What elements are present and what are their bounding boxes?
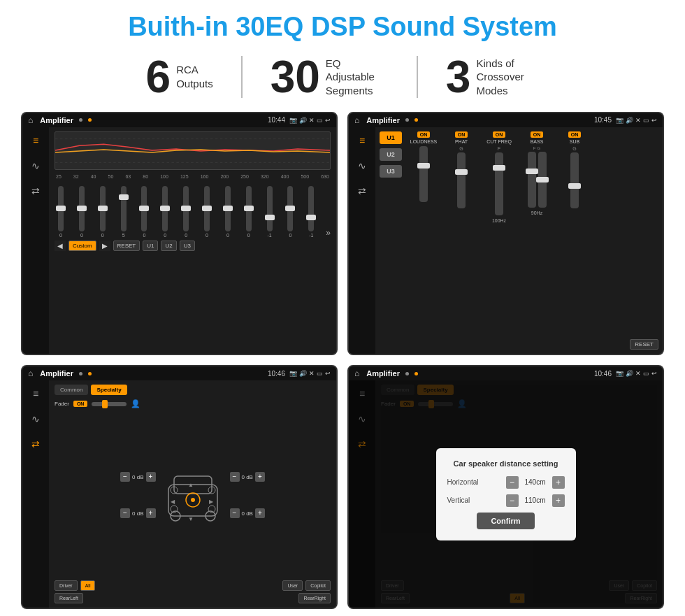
fader-cutfreq[interactable] (495, 152, 503, 215)
rearright-btn-3[interactable]: RearRight (298, 593, 331, 603)
sidebar-arrows-icon-2[interactable]: ⇄ (354, 183, 370, 199)
slider-10[interactable]: 0 (243, 186, 255, 238)
back-icon-1[interactable]: ↩ (325, 117, 331, 124)
slider-12[interactable]: 0 (284, 186, 296, 238)
on-badge-loudness[interactable]: ON (417, 131, 431, 138)
slider-1[interactable]: 0 (55, 186, 67, 238)
u3-btn[interactable]: U3 (380, 165, 402, 178)
slider-2[interactable]: 0 (75, 186, 88, 238)
back-icon-3[interactable]: ↩ (325, 370, 331, 377)
u1-btn[interactable]: U1 (380, 131, 402, 144)
rr-minus[interactable]: − (230, 508, 240, 518)
stat-label-rca: RCAOutputs (176, 63, 213, 90)
sidebar-arrows-icon[interactable]: ⇄ (28, 183, 43, 199)
screen-content-4: ≡ ∿ ⇄ Common Specialty Fader ON (349, 380, 663, 608)
horizontal-plus[interactable]: + (552, 476, 565, 489)
slider-3[interactable]: 0 (96, 186, 109, 238)
tab-common-3[interactable]: Common (55, 385, 88, 395)
rl-minus[interactable]: − (120, 508, 130, 518)
stat-number-rca: 6 (146, 55, 171, 99)
status-icons-2: 📷 🔊 ✕ ▭ ↩ (616, 117, 657, 124)
custom-btn[interactable]: Custom (68, 241, 96, 251)
channel-label-bass: BASS (531, 139, 544, 144)
slider-8[interactable]: 0 (201, 186, 213, 238)
copilot-btn-3[interactable]: Copilot (305, 580, 331, 591)
slider-4[interactable]: 5 (117, 186, 130, 238)
dot-orange-3 (88, 372, 92, 375)
screen-content-1: ≡ ∿ ⇄ (22, 127, 336, 354)
reset-btn-1[interactable]: RESET (113, 241, 140, 251)
sidebar-wave-icon[interactable]: ∿ (28, 158, 43, 173)
horizontal-control: − 140cm + (506, 476, 565, 489)
fader-bass-g[interactable] (538, 152, 547, 208)
confirm-button[interactable]: Confirm (477, 513, 534, 529)
fr-minus[interactable]: − (230, 472, 240, 482)
sidebar-arrows-icon-3[interactable]: ⇄ (28, 436, 43, 452)
on-badge-cutfreq[interactable]: ON (493, 131, 506, 138)
volume-icon-2: 🔊 (626, 117, 633, 124)
main-title: Buith-in 30EQ DSP Sound System (128, 13, 557, 42)
stat-rca: 6 RCAOutputs (118, 55, 241, 99)
status-bar-1: ⌂ Amplifier 10:44 📷 🔊 ✕ ▭ ↩ (22, 113, 336, 127)
slider-5[interactable]: 0 (138, 186, 150, 238)
speaker-footer-2: RearLeft RearRight (55, 593, 331, 603)
vertical-plus[interactable]: + (552, 494, 565, 507)
home-icon-3[interactable]: ⌂ (28, 368, 33, 378)
volume-icon-4: 🔊 (626, 370, 633, 377)
u2-btn-1[interactable]: U2 (161, 241, 176, 251)
back-icon-4[interactable]: ↩ (651, 370, 657, 377)
speaker-footer: Driver All User Copilot (55, 580, 331, 591)
rr-plus[interactable]: + (255, 508, 265, 518)
u-buttons: U1 U2 U3 (380, 131, 402, 350)
sidebar-eq-icon-3[interactable]: ≡ (28, 386, 43, 401)
horizontal-value: 140cm (521, 478, 549, 486)
fader-phat[interactable] (457, 152, 466, 208)
sidebar-eq-icon-2[interactable]: ≡ (354, 133, 370, 148)
vertical-control: − 110cm + (506, 494, 565, 507)
fl-plus[interactable]: + (146, 472, 156, 482)
home-icon-1[interactable]: ⌂ (28, 115, 33, 125)
u2-btn[interactable]: U2 (380, 148, 402, 161)
app-name-1: Amplifier (40, 116, 73, 124)
slider-6[interactable]: 0 (159, 186, 171, 238)
on-badge-sub[interactable]: ON (568, 131, 582, 138)
home-icon-4[interactable]: ⌂ (354, 368, 359, 378)
u3-btn-1[interactable]: U3 (180, 241, 195, 251)
driver-btn[interactable]: Driver (55, 580, 78, 591)
on-badge-phat[interactable]: ON (455, 131, 468, 138)
on-badge-bass[interactable]: ON (531, 131, 544, 138)
fader-on-toggle[interactable]: ON (73, 401, 88, 407)
user-btn-3[interactable]: User (282, 580, 303, 591)
back-icon-2[interactable]: ↩ (651, 117, 657, 124)
fader-slider-3[interactable] (92, 402, 127, 406)
channel-sub: ON SUB G (557, 131, 592, 350)
u1-btn-1[interactable]: U1 (143, 241, 158, 251)
fr-plus[interactable]: + (255, 472, 265, 482)
all-btn[interactable]: All (80, 580, 96, 591)
fader-bass-f[interactable] (528, 152, 536, 208)
sidebar-wave-icon-2[interactable]: ∿ (354, 158, 370, 173)
rearleft-btn-3[interactable]: RearLeft (55, 593, 83, 603)
slider-9[interactable]: 0 (222, 186, 234, 238)
time-4: 10:46 (594, 370, 612, 378)
slider-13[interactable]: -1 (305, 186, 317, 238)
horizontal-minus[interactable]: − (506, 476, 519, 489)
next-btn[interactable]: ▶ (99, 241, 110, 251)
person-icon[interactable]: 👤 (131, 399, 140, 408)
sidebar-wave-icon-3[interactable]: ∿ (28, 411, 43, 427)
vertical-minus[interactable]: − (506, 494, 519, 507)
expand-icon[interactable]: » (326, 228, 331, 238)
reset-btn-2[interactable]: RESET (630, 339, 658, 350)
tab-specialty-3[interactable]: Specialty (91, 385, 127, 395)
fader-loudness[interactable] (419, 146, 428, 202)
left-levels: − 0 dB + − 0 dB + (120, 472, 155, 518)
fl-minus[interactable]: − (120, 472, 130, 482)
home-icon-2[interactable]: ⌂ (354, 115, 359, 125)
slider-7[interactable]: 0 (180, 186, 192, 238)
rl-plus[interactable]: + (146, 508, 156, 518)
fader-sub[interactable] (570, 152, 579, 208)
slider-11[interactable]: -1 (264, 186, 276, 238)
prev-btn[interactable]: ◀ (55, 241, 66, 251)
sidebar-eq-icon[interactable]: ≡ (28, 133, 43, 148)
screens-grid: ⌂ Amplifier 10:44 📷 🔊 ✕ ▭ ↩ ≡ ∿ ⇄ (21, 112, 664, 609)
